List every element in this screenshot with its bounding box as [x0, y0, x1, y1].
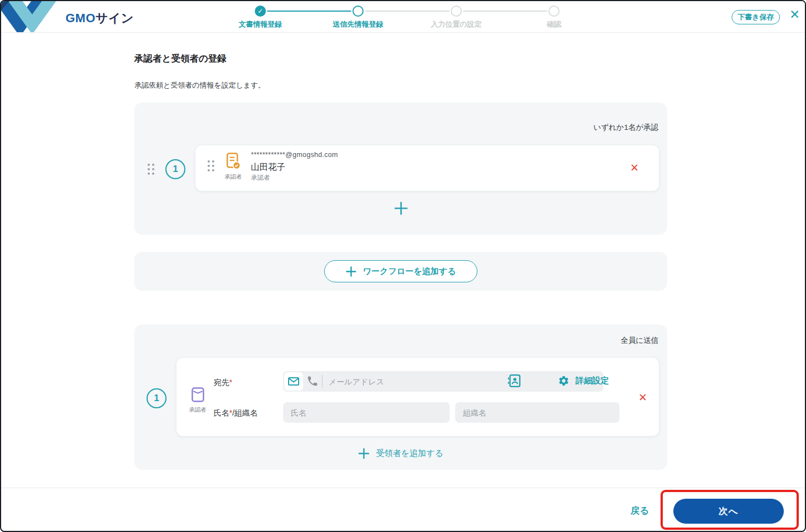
- save-draft-button[interactable]: 下書き保存: [732, 10, 780, 24]
- remove-approver-icon[interactable]: ✕: [630, 163, 639, 173]
- required-mark: *: [229, 378, 232, 387]
- mail-toggle-button[interactable]: [284, 372, 303, 391]
- approver-row: 承認者 ************@gmogshd.com 山田花子 承認者 ✕: [195, 145, 659, 191]
- plus-icon: [358, 448, 370, 459]
- close-icon[interactable]: ✕: [789, 8, 800, 21]
- recipient-envelope-icon: [192, 387, 204, 403]
- app-window: GMOサイン ✓ 文書情報登録 送信先情報登録 入力位置の設定 確認: [0, 0, 806, 532]
- brand-sign: サイン: [95, 11, 134, 25]
- name-input[interactable]: [283, 402, 450, 423]
- step-current-circle: [352, 6, 364, 17]
- address-book-icon[interactable]: [507, 374, 521, 390]
- plus-icon: [346, 266, 356, 277]
- step-done-check-icon: ✓: [255, 6, 266, 17]
- organization-input[interactable]: [455, 402, 619, 423]
- brand-gmo: GMO: [66, 11, 95, 25]
- send-rule-label: 全員に送信: [621, 336, 658, 346]
- recipient-row: 承認者 宛先*: [177, 358, 659, 436]
- recipient-icon-block: 承認者: [183, 387, 212, 414]
- step-confirm: 確認: [510, 6, 598, 29]
- top-header: GMOサイン ✓ 文書情報登録 送信先情報登録 入力位置の設定 確認: [1, 1, 805, 33]
- approver-drag-handle[interactable]: [208, 160, 214, 171]
- add-recipient-button[interactable]: 受領者を追加する: [134, 448, 667, 459]
- advanced-settings-label: 詳細設定: [576, 376, 609, 386]
- page-subtitle: 承認依頼と受領者の情報を設定します。: [134, 80, 265, 90]
- step-document-info: ✓ 文書情報登録: [216, 6, 305, 29]
- plus-icon: [394, 201, 409, 216]
- mail-icon: [288, 377, 299, 386]
- footer-divider: [1, 488, 805, 488]
- approver-role: 承認者: [251, 175, 338, 181]
- advanced-settings-button[interactable]: 詳細設定: [558, 375, 609, 387]
- approval-rule-label: いずれか1名が承認: [593, 123, 658, 133]
- email-input-group: [283, 371, 603, 392]
- remove-recipient-icon[interactable]: ✕: [638, 392, 647, 403]
- step-label: 文書情報登録: [216, 19, 305, 29]
- phone-toggle-button[interactable]: [306, 375, 319, 389]
- page-title: 承認者と受領者の登録: [134, 53, 226, 65]
- approver-email: ************@gmogshd.com: [251, 151, 338, 159]
- step-label: 送信先情報登録: [314, 19, 402, 29]
- input-divider: [322, 375, 323, 388]
- add-workflow-button[interactable]: ワークフローを追加する: [324, 260, 477, 282]
- step-label: 確認: [510, 19, 598, 29]
- step-upcoming-circle: [548, 6, 560, 17]
- approver-document-icon: [226, 153, 240, 170]
- recipient-step-number: 1: [147, 388, 167, 408]
- gear-icon: [558, 375, 570, 387]
- approver-name: 山田花子: [251, 163, 338, 171]
- add-workflow-label: ワークフローを追加する: [363, 266, 456, 277]
- step-upcoming-circle: [451, 6, 462, 17]
- approval-workflow-card: いずれか1名が承認 1 承認者 ***********: [134, 103, 667, 235]
- next-button[interactable]: 次へ: [673, 499, 784, 524]
- gmo-sign-logo-icon: [1, 1, 58, 32]
- add-recipient-label: 受領者を追加する: [376, 448, 443, 459]
- step-input-position: 入力位置の設定: [412, 6, 501, 29]
- step-label: 入力位置の設定: [412, 19, 501, 29]
- back-button[interactable]: 戻る: [631, 505, 649, 517]
- approver-icon-label: 承認者: [219, 173, 248, 181]
- approver-icon-block: 承認者: [219, 153, 248, 181]
- name-org-field-label: 氏名*/組織名: [214, 408, 258, 418]
- add-workflow-card: ワークフローを追加する: [134, 252, 667, 291]
- approval-step-number: 1: [165, 159, 185, 179]
- phone-icon: [306, 375, 319, 387]
- email-input[interactable]: [328, 371, 594, 392]
- progress-stepper: ✓ 文書情報登録 送信先情報登録 入力位置の設定 確認: [211, 6, 603, 31]
- step-destination-info: 送信先情報登録: [314, 6, 402, 29]
- approver-info: ************@gmogshd.com 山田花子 承認者: [251, 151, 338, 181]
- brand-name: GMOサイン: [66, 10, 134, 27]
- to-field-label: 宛先*: [214, 378, 232, 388]
- recipients-card: 全員に送信 1 承認者 宛先*: [134, 325, 667, 470]
- recipient-icon-label: 承認者: [183, 406, 212, 414]
- add-approver-button[interactable]: [134, 201, 667, 218]
- workflow-drag-handle[interactable]: [148, 164, 154, 175]
